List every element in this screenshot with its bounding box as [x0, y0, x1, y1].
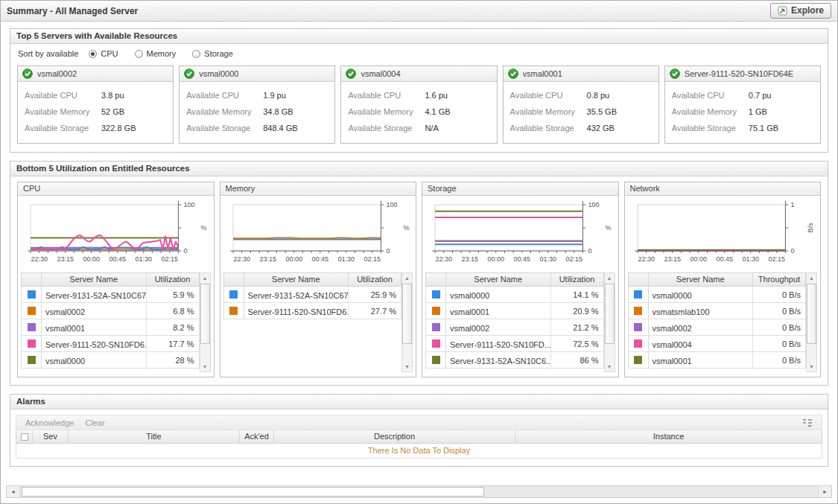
scroll-up-button[interactable]: ▲	[402, 273, 412, 283]
svg-text:%: %	[605, 224, 611, 232]
sort-radio-memory[interactable]: Memory	[135, 49, 177, 58]
scroll-up-button[interactable]: ▲	[605, 273, 615, 283]
vscroll-track[interactable]	[402, 283, 412, 362]
select-all-checkbox[interactable]	[21, 433, 28, 441]
swatch-cell	[629, 352, 649, 368]
vscroll-track[interactable]	[605, 283, 615, 362]
alarms-table-header: Sev Title Ack'ed Description Instance	[16, 430, 822, 444]
col-acked[interactable]: Ack'ed	[240, 430, 274, 443]
table-row[interactable]: vsmal00010 B/s	[628, 352, 807, 369]
svg-text:100: 100	[386, 201, 397, 208]
swatch-cell	[22, 303, 42, 319]
col-server-name[interactable]: Server Name	[446, 273, 551, 286]
col-sev[interactable]: Sev	[33, 430, 69, 443]
vscroll-thumb[interactable]	[605, 284, 615, 344]
scroll-down-button[interactable]: ▼	[402, 362, 412, 371]
metric-value: 4.1 GB	[425, 107, 450, 116]
swatch-cell	[426, 319, 446, 335]
sort-radio-storage[interactable]: Storage	[192, 49, 233, 58]
metric-value-cell: 0 B/s	[753, 354, 805, 366]
table-customizer-icon[interactable]	[802, 418, 813, 427]
server-card-header[interactable]: vsmal0002	[18, 66, 173, 82]
scroll-left-button[interactable]: ◄	[7, 486, 19, 497]
server-card-header[interactable]: vsmal0000	[180, 66, 334, 82]
vertical-scrollbar[interactable]: ▲ ▼	[806, 272, 817, 372]
server-card-header[interactable]: Server-9111-520-SN10FD64E	[665, 66, 820, 82]
swatch-column-header	[22, 273, 42, 286]
acknowledge-button[interactable]: Acknowledge	[25, 418, 74, 427]
sort-radio-cpu[interactable]: CPU	[89, 49, 118, 58]
col-metric[interactable]: Utilization	[349, 273, 401, 286]
alarms-empty-message: There Is No Data To Display	[16, 444, 822, 459]
table-row[interactable]: vsmal00040 B/s	[628, 336, 807, 352]
table-row[interactable]: Server-9111-520-SN10FD6...27.7 %	[223, 303, 402, 319]
vscroll-track[interactable]	[807, 283, 816, 362]
vscroll-thumb[interactable]	[200, 284, 210, 344]
col-metric[interactable]: Throughput	[753, 273, 805, 286]
table-row[interactable]: vsmal000120.9 %	[425, 303, 604, 319]
server-card-header[interactable]: vsmal0004	[341, 66, 496, 82]
svg-text:01:30: 01:30	[337, 255, 355, 263]
table-row[interactable]: vsmal00018.2 %	[21, 319, 200, 336]
metric-label: Available Storage	[25, 124, 101, 133]
metric-value: 1 GB	[749, 107, 767, 116]
table-row[interactable]: Server-9131-52A-SN10C67...5.9 %	[21, 287, 200, 303]
scroll-down-button[interactable]: ▼	[200, 362, 210, 371]
col-title[interactable]: Title	[69, 430, 240, 443]
vscroll-thumb[interactable]	[807, 284, 816, 344]
table-row[interactable]: vsmal00020 B/s	[628, 319, 807, 336]
metric-value-cell: 14.1 %	[551, 289, 603, 301]
vscroll-thumb[interactable]	[402, 284, 412, 344]
col-metric[interactable]: Utilization	[147, 273, 199, 286]
col-server-name[interactable]: Server Name	[649, 273, 754, 286]
sort-radio-group: CPUMemoryStorage	[89, 49, 233, 58]
table-row[interactable]: vsmatsmlab1000 B/s	[628, 303, 807, 319]
metric-row: Available Memory52 GB	[25, 103, 166, 120]
vertical-scrollbar[interactable]: ▲ ▼	[604, 272, 615, 372]
series-color-swatch	[28, 323, 36, 331]
sort-label: Sort by available	[18, 49, 78, 58]
scroll-up-button[interactable]: ▲	[200, 273, 210, 283]
vertical-scrollbar[interactable]: ▲ ▼	[401, 272, 413, 372]
metric-row: Available CPU3.8 pu	[25, 87, 166, 103]
table-row[interactable]: Server-9111-520-SN10FD...72.5 %	[425, 336, 604, 352]
table-row[interactable]: Server-9111-520-SN10FD6...17.7 %	[21, 336, 200, 352]
vscroll-track[interactable]	[200, 283, 210, 362]
table-row[interactable]: Server-9131-52A-SN10C67...25.9 %	[223, 287, 402, 303]
series-color-swatch	[28, 290, 36, 299]
table-row[interactable]: vsmal00026.8 %	[21, 303, 200, 319]
vertical-scrollbar[interactable]: ▲ ▼	[200, 272, 211, 372]
metric-row: Available Storage75.1 GB	[672, 120, 813, 136]
col-server-name[interactable]: Server Name	[244, 273, 349, 286]
col-description[interactable]: Description	[274, 430, 515, 443]
clear-button[interactable]: Clear	[85, 418, 104, 427]
metric-value: 52 GB	[101, 107, 124, 116]
scroll-down-button[interactable]: ▼	[605, 362, 615, 371]
metric-label: Available Storage	[348, 124, 425, 133]
table-row[interactable]: vsmal000028 %	[21, 352, 200, 369]
hscroll-track[interactable]	[19, 486, 819, 497]
hscroll-thumb[interactable]	[22, 487, 484, 497]
table-row[interactable]: vsmal00000 B/s	[628, 287, 807, 303]
col-server-name[interactable]: Server Name	[42, 273, 147, 286]
server-card-header[interactable]: vsmal0001	[504, 66, 658, 82]
metric-row: Available CPU1.6 pu	[348, 87, 489, 103]
panel-header: Storage	[422, 182, 618, 196]
table-row[interactable]: Server-9131-52A-SN10C6...86 %	[425, 352, 604, 369]
scroll-right-button[interactable]: ►	[819, 486, 831, 497]
scroll-up-button[interactable]: ▲	[807, 273, 816, 283]
utilization-chart: 22:3023:1500:0000:4501:3002:151000%	[18, 196, 214, 272]
col-instance[interactable]: Instance	[515, 430, 822, 443]
table-row[interactable]: vsmal000014.1 %	[425, 287, 604, 303]
radio-icon	[192, 50, 200, 58]
svg-text:00:00: 00:00	[83, 255, 100, 263]
horizontal-scrollbar[interactable]: ◄ ►	[6, 485, 832, 498]
explore-button[interactable]: Explore	[770, 3, 831, 19]
scroll-down-button[interactable]: ▼	[807, 362, 816, 371]
svg-text:100: 100	[588, 201, 599, 208]
col-metric[interactable]: Utilization	[551, 273, 603, 286]
svg-text:%: %	[200, 224, 206, 232]
panel-header: Memory	[220, 182, 416, 196]
top5-header: Top 5 Servers with Available Resources	[10, 29, 828, 44]
table-row[interactable]: vsmal000221.2 %	[425, 319, 604, 336]
